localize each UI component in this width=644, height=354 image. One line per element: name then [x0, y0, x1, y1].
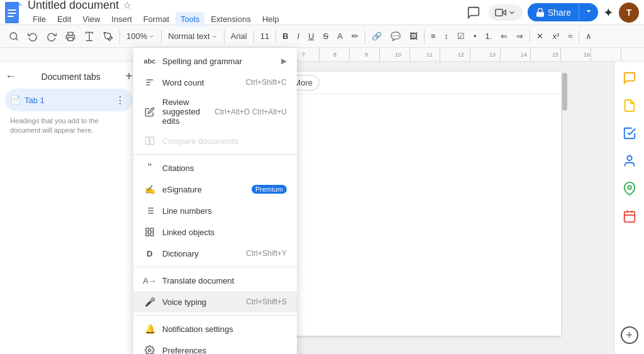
add-panel-btn[interactable]: +	[621, 326, 638, 344]
increase-indent-btn[interactable]: ⇒	[513, 29, 527, 43]
svg-rect-40	[150, 137, 154, 145]
svg-rect-48	[150, 228, 153, 231]
menu-item-line-numbers[interactable]: Line numbers	[133, 200, 297, 221]
underline-btn[interactable]: U	[304, 29, 318, 43]
toolbar: 100% Normal text Arial 11 B I U S A ✏ 🔗 …	[0, 25, 644, 48]
search-menus-btn[interactable]	[5, 29, 23, 44]
strikethrough-btn[interactable]: S	[319, 29, 333, 43]
share-button[interactable]: Share	[528, 4, 579, 21]
notification-icon: 🔔	[143, 323, 156, 335]
more-formats-btn[interactable]: ≈	[564, 29, 576, 43]
scrollbar-thumb[interactable]	[562, 73, 567, 111]
premium-badge: Premium	[252, 185, 287, 194]
translate-icon: A→	[143, 274, 156, 287]
svg-text:12: 12	[458, 52, 464, 58]
right-panel-maps-icon[interactable]	[618, 177, 641, 200]
scrollbar[interactable]	[561, 72, 569, 344]
undo-btn[interactable]	[24, 29, 42, 44]
italic-btn[interactable]: I	[294, 29, 304, 43]
right-panel-notes-icon[interactable]	[618, 94, 641, 117]
toolbar-separator-4	[253, 30, 254, 43]
docs-logo	[5, 1, 23, 24]
menu-item-notification[interactable]: 🔔 Notification settings	[133, 318, 297, 340]
zoom-selector[interactable]: 100%	[123, 30, 158, 42]
video-icon[interactable]	[489, 4, 523, 21]
svg-text:10: 10	[395, 52, 401, 58]
menu-format[interactable]: Format	[138, 12, 174, 26]
redo-btn[interactable]	[43, 29, 60, 44]
font-btn[interactable]: Arial	[227, 29, 251, 43]
comment-btn[interactable]: 💬	[387, 29, 404, 43]
link-btn[interactable]: 🔗	[368, 29, 386, 43]
share-dropdown-btn[interactable]	[579, 3, 598, 21]
menu-item-citations[interactable]: " Citations	[133, 157, 297, 179]
decrease-indent-btn[interactable]: ⇐	[497, 29, 511, 43]
ordered-list-btn[interactable]: 1.	[482, 29, 496, 43]
svg-text:9: 9	[365, 52, 368, 58]
title-area: Untitled document ☆ File Edit View Inser…	[28, 0, 284, 26]
ruler: 2 3 4 5 6 7 8 9 10 11 12 13 14 15 16	[0, 48, 644, 62]
svg-rect-50	[146, 233, 149, 236]
right-panel-calendar-icon[interactable]	[618, 205, 641, 228]
spelling-arrow: ▶	[281, 57, 287, 65]
highlight-btn[interactable]: ✏	[348, 29, 362, 43]
star-icon[interactable]: ☆	[123, 0, 131, 11]
top-bar: Untitled document ☆ File Edit View Inser…	[0, 0, 644, 25]
text-color-btn[interactable]: A	[333, 29, 347, 43]
align-btn[interactable]: ≡	[427, 29, 440, 43]
add-tab-button[interactable]: +	[125, 69, 133, 84]
document-title[interactable]: Untitled document	[28, 0, 119, 12]
svg-point-8	[10, 33, 17, 40]
bold-btn[interactable]: B	[279, 29, 292, 43]
right-panel: +	[614, 62, 644, 354]
line-spacing-btn[interactable]: ↕	[441, 29, 453, 43]
preferences-icon	[143, 344, 156, 354]
normal-text-btn[interactable]: Normal text	[164, 29, 221, 43]
svg-marker-1	[19, 2, 23, 6]
tab-1-item[interactable]: 📄 Tab 1 ⋮	[5, 89, 133, 111]
back-button[interactable]: ←	[5, 70, 16, 83]
menu-item-word-count[interactable]: Word count Ctrl+Shift+C	[133, 72, 297, 93]
paint-btn[interactable]	[99, 29, 117, 44]
tab-1-menu-btn[interactable]: ⋮	[113, 92, 128, 108]
chat-icon[interactable]	[464, 3, 484, 23]
bullet-list-btn[interactable]: •	[470, 29, 480, 43]
menu-item-linked-objects[interactable]: Linked objects	[133, 221, 297, 243]
svg-rect-7	[536, 12, 544, 16]
dictionary-icon: D	[143, 247, 156, 260]
menu-tools[interactable]: Tools	[175, 12, 204, 26]
menu-item-preferences[interactable]: Preferences	[133, 340, 297, 354]
menu-edit[interactable]: Edit	[52, 12, 76, 26]
esignature-icon: ✍	[143, 183, 156, 196]
menu-view[interactable]: View	[77, 12, 105, 26]
spellcheck-btn[interactable]	[80, 29, 98, 44]
menu-extensions[interactable]: Extensions	[206, 12, 256, 26]
menu-item-spelling[interactable]: abc Spelling and grammar ▶	[133, 50, 297, 72]
menu-insert[interactable]: Insert	[106, 12, 137, 26]
menu-item-review-edits[interactable]: Review suggested edits Ctrl+Alt+O Ctrl+A…	[133, 93, 297, 130]
toolbar-up-btn[interactable]: ∧	[582, 29, 596, 43]
line-numbers-icon	[143, 204, 156, 217]
svg-rect-3	[8, 13, 16, 14]
menu-item-dictionary[interactable]: D Dictionary Ctrl+Shift+Y	[133, 243, 297, 264]
checklist-btn[interactable]: ☑	[453, 29, 469, 43]
right-panel-chat-icon[interactable]	[618, 67, 641, 89]
svg-line-9	[16, 38, 18, 40]
menu-file[interactable]: File	[28, 12, 51, 26]
superscript-btn[interactable]: x²	[548, 29, 563, 43]
gemini-star-icon[interactable]: ✦	[603, 5, 614, 20]
toolbar-separator-6	[365, 30, 365, 43]
image-btn[interactable]: 🖼	[406, 29, 421, 43]
font-size-btn[interactable]: 11	[257, 29, 273, 43]
print-btn[interactable]	[62, 29, 79, 44]
menu-item-esignature[interactable]: ✍ eSignature Premium	[133, 179, 297, 200]
user-avatar[interactable]: T	[619, 3, 639, 23]
menu-item-translate[interactable]: A→ Translate document	[133, 270, 297, 291]
menu-item-voice-typing[interactable]: 🎤 Voice typing Ctrl+Shift+S	[133, 291, 297, 313]
menu-divider-3	[133, 315, 297, 316]
voice-typing-icon: 🎤	[143, 296, 156, 308]
clear-format-btn[interactable]: ✕	[533, 29, 547, 43]
right-panel-tasks-icon[interactable]	[618, 122, 641, 145]
right-panel-contacts-icon[interactable]	[618, 150, 641, 172]
menu-help[interactable]: Help	[257, 12, 284, 26]
